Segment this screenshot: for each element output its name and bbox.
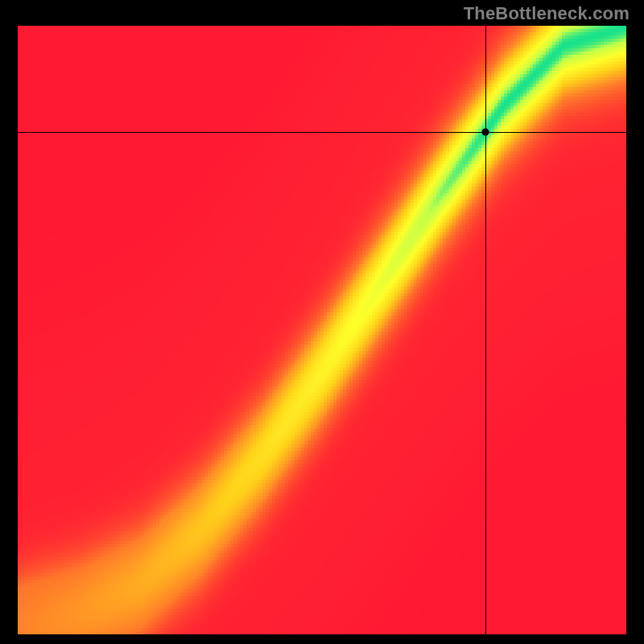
attribution-label: TheBottleneck.com — [464, 3, 630, 24]
heatmap-canvas — [18, 26, 626, 634]
heatmap-plot — [18, 26, 626, 634]
chart-frame: TheBottleneck.com — [0, 0, 644, 644]
intersection-marker — [481, 128, 489, 135]
crosshair-vertical — [485, 26, 487, 634]
crosshair-horizontal — [18, 132, 626, 134]
